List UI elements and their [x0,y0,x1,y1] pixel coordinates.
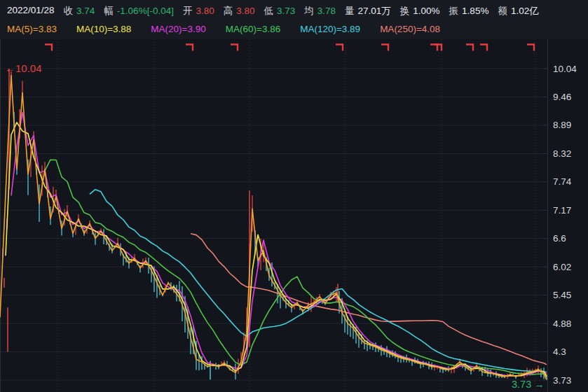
y-axis-label: 10.04 [553,64,577,74]
ma120-line [90,190,547,372]
grid-horizontal-lines [0,69,547,380]
news-flag-icon[interactable] [231,45,238,51]
ma10-line [6,122,547,377]
low-price-annotation: 3.73 → [512,379,545,390]
y-axis-label: 8.89 [553,120,571,130]
high-price-annotation: ←10.04 [5,62,42,74]
kline-chart-canvas[interactable]: 10.049.468.898.327.747.176.66.025.454.88… [0,0,588,392]
news-flag-icon[interactable] [466,45,473,51]
y-axis-label: 5.45 [553,290,571,300]
y-axis-label: 4.3 [553,346,566,357]
news-flag-icon[interactable] [45,45,52,51]
news-flag-icon[interactable] [480,45,487,51]
news-flag-icon[interactable] [430,45,437,51]
news-flag-icon[interactable] [381,45,388,51]
news-flag-icon[interactable] [186,45,193,51]
ma20-line [11,113,547,376]
candle-wicks-down [14,112,547,380]
y-axis-label: 6.6 [553,233,566,244]
grid-vertical-lines [57,39,535,392]
news-flag-icon[interactable] [527,45,534,51]
y-axis-label: 8.32 [553,148,571,159]
y-axis-ticks [544,69,547,380]
y-axis-label: 7.17 [553,205,571,216]
stock-chart-window: 2022/01/28 收3.74 幅-1.06%[-0.04] 开3.80 高3… [0,0,588,392]
y-axis-label: 6.02 [553,262,571,272]
y-axis-label: 9.46 [553,92,571,102]
y-axis-label: 7.74 [553,176,572,187]
ma5-line [0,76,547,379]
y-axis-label: 4.88 [553,318,571,329]
news-flag-icon[interactable] [336,45,343,51]
y-axis-label: 3.73 [553,375,571,386]
